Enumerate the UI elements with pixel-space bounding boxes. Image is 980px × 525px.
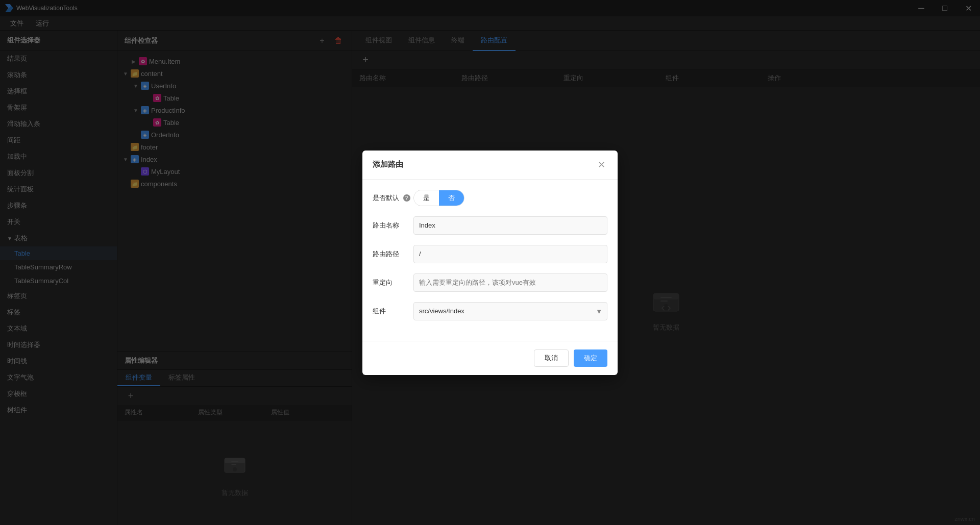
toggle-no[interactable]: 否 <box>439 190 464 206</box>
modal-body: 是否默认 ? 是 否 路由名称 路由路径 <box>362 180 618 341</box>
add-route-modal: 添加路由 ✕ 是否默认 ? 是 否 路由名称 <box>362 151 618 375</box>
select-wrapper-component: src/views/Index src/views/Home src/views… <box>413 302 607 320</box>
input-route-path[interactable] <box>413 245 607 263</box>
confirm-button[interactable]: 确定 <box>574 349 607 367</box>
modal-header: 添加路由 ✕ <box>362 151 618 180</box>
form-row-redirect: 重定向 <box>373 273 607 292</box>
select-component[interactable]: src/views/Index src/views/Home src/views… <box>413 302 607 320</box>
control-component: src/views/Index src/views/Home src/views… <box>413 302 607 320</box>
control-redirect <box>413 273 607 292</box>
toggle-yes[interactable]: 是 <box>414 190 439 206</box>
form-row-is-default: 是否默认 ? 是 否 <box>373 190 607 206</box>
modal-close-button[interactable]: ✕ <box>595 159 607 171</box>
help-icon-is-default[interactable]: ? <box>403 194 410 202</box>
label-redirect: 重定向 <box>373 278 413 287</box>
input-route-name[interactable] <box>413 216 607 235</box>
label-route-path: 路由路径 <box>373 249 413 259</box>
control-route-name <box>413 216 607 235</box>
form-row-route-path: 路由路径 <box>373 245 607 263</box>
toggle-is-default: 是 否 <box>413 190 607 206</box>
control-route-path <box>413 245 607 263</box>
form-row-component: 组件 src/views/Index src/views/Home src/vi… <box>373 302 607 320</box>
cancel-button[interactable]: 取消 <box>534 349 569 367</box>
modal-footer: 取消 确定 <box>362 341 618 375</box>
input-redirect[interactable] <box>413 273 607 292</box>
modal-overlay: 添加路由 ✕ 是否默认 ? 是 否 路由名称 <box>0 0 980 525</box>
label-is-default: 是否默认 ? <box>373 193 413 203</box>
form-row-route-name: 路由名称 <box>373 216 607 235</box>
modal-title: 添加路由 <box>373 160 403 169</box>
label-route-name: 路由名称 <box>373 221 413 230</box>
label-component: 组件 <box>373 307 413 316</box>
toggle-group-is-default: 是 否 <box>413 190 464 206</box>
